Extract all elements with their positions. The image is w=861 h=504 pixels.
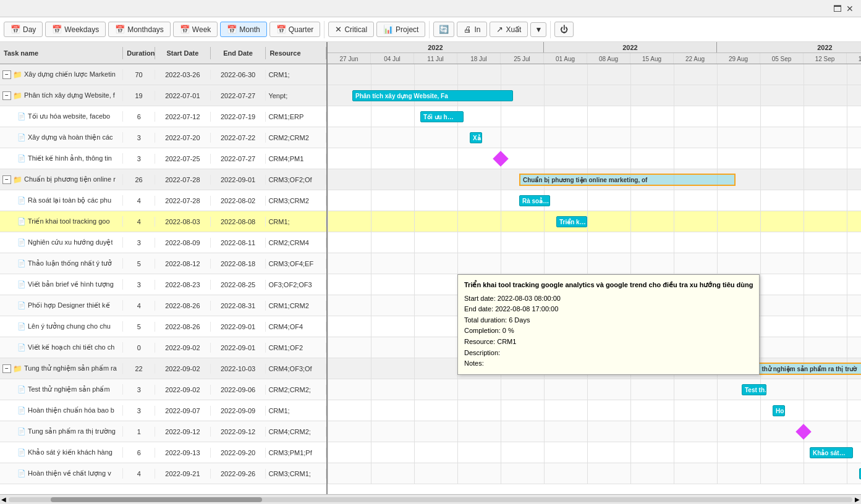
task-name-cell[interactable]: −📁Xây dựng chiến lược Marketin bbox=[0, 69, 123, 80]
gantt-row bbox=[328, 64, 861, 85]
gantt-group-bar[interactable]: Chuẩn bị phương tiện online marketing, o… bbox=[519, 174, 736, 186]
table-row[interactable]: 📄Phối hợp Designer thiết kế42022-08-2620… bbox=[0, 295, 326, 316]
gantt-task-bar[interactable]: Xả… bbox=[470, 132, 482, 143]
task-name-cell[interactable]: 📄Tung sản phẩm ra thị trường bbox=[0, 426, 123, 437]
task-name-label: Nghiên cứu xu hướng duyệt bbox=[28, 238, 112, 246]
grid-line bbox=[328, 106, 328, 127]
table-row[interactable]: 📄Hoàn thiện chuẩn hóa bao b32022-09-0720… bbox=[0, 400, 326, 421]
print-button[interactable]: 🖨 In bbox=[457, 22, 487, 37]
table-row[interactable]: −📁Phân tích xây dựng Website, f192022-07… bbox=[0, 85, 326, 106]
weekdays-button[interactable]: 📅 Weekdays bbox=[45, 22, 106, 37]
table-row[interactable]: 📄Tối ưu hóa website, facebo62022-07-1220… bbox=[0, 106, 326, 127]
tooltip-title: Triển khai tool tracking google analytic… bbox=[464, 280, 753, 291]
export-button[interactable]: ↗ Xuất bbox=[490, 22, 528, 37]
task-name-cell[interactable]: 📄Viết kế hoạch chi tiết cho ch bbox=[0, 342, 123, 353]
gantt-row: Triển k… bbox=[328, 211, 861, 232]
task-name-cell[interactable]: 📄Triển khai tool tracking goo bbox=[0, 216, 123, 227]
export-dropdown-button[interactable]: ▼ bbox=[530, 22, 546, 37]
grid-line bbox=[457, 148, 458, 169]
expand-collapse-button[interactable]: − bbox=[2, 70, 11, 79]
project-button[interactable]: 📊 Project bbox=[376, 22, 425, 37]
bottom-scrollbar[interactable]: ◀ ▶ bbox=[0, 494, 861, 504]
power-button[interactable]: ⏻ bbox=[554, 22, 574, 37]
file-icon: 📄 bbox=[17, 133, 26, 141]
grid-line bbox=[371, 169, 371, 190]
expand-collapse-button[interactable]: − bbox=[2, 91, 11, 100]
gantt-task-bar[interactable]: Tối ưu h… bbox=[420, 111, 464, 122]
gantt-scroll-container[interactable]: Phân tích xây dựng Website, FaTối ưu h…X… bbox=[328, 64, 861, 494]
task-name-cell[interactable]: −📁Tung thử nghiệm sản phẩm ra bbox=[0, 363, 123, 374]
grid-line bbox=[587, 64, 588, 85]
week-button[interactable]: 📅 Week bbox=[173, 22, 218, 37]
task-name-cell[interactable]: 📄Hoàn thiện chuẩn hóa bao b bbox=[0, 405, 123, 416]
gantt-task-bar[interactable]: Triển k… bbox=[556, 216, 587, 227]
task-name-cell[interactable]: 📄Phối hợp Designer thiết kế bbox=[0, 300, 123, 311]
gantt-task-bar[interactable]: Phân tích xây dựng Website, Fa bbox=[352, 90, 513, 101]
task-name-cell[interactable]: 📄Test thử nghiệm sản phẩm bbox=[0, 384, 123, 395]
critical-icon: ✕ bbox=[335, 25, 342, 34]
table-row[interactable]: 📄Khảo sát ý kiến khách hàng62022-09-1320… bbox=[0, 442, 326, 463]
grid-line bbox=[760, 274, 761, 295]
quarter-button[interactable]: 📅 Quarter bbox=[269, 22, 321, 37]
table-row[interactable]: −📁Tung thử nghiệm sản phẩm ra222022-09-0… bbox=[0, 358, 326, 379]
expand-collapse-button[interactable]: − bbox=[2, 175, 11, 184]
task-resource-cell: OF3;OF2;OF3 bbox=[266, 280, 326, 290]
grid-line bbox=[674, 211, 674, 232]
gantt-task-bar[interactable]: Test th… bbox=[742, 384, 766, 395]
task-name-cell[interactable]: 📄Rà soát lại toàn bộ các phu bbox=[0, 195, 123, 206]
grid-line bbox=[847, 295, 847, 316]
table-row[interactable]: −📁Chuẩn bị phương tiện online r262022-07… bbox=[0, 169, 326, 190]
header-start-date: Start Date bbox=[155, 47, 211, 59]
task-name-cell[interactable]: 📄Xây dựng và hoàn thiện các bbox=[0, 132, 123, 143]
critical-button[interactable]: ✕ Critical bbox=[328, 22, 374, 37]
grid-line bbox=[630, 190, 631, 211]
scrollbar-thumb[interactable] bbox=[51, 497, 261, 502]
task-name-cell[interactable]: 📄Tối ưu hóa website, facebo bbox=[0, 111, 123, 122]
table-row[interactable]: 📄Thảo luận thống nhất ý tưở52022-08-1220… bbox=[0, 253, 326, 274]
milestone-diamond[interactable] bbox=[493, 151, 508, 166]
table-row[interactable]: 📄Viết bản brief về hình tượng32022-08-23… bbox=[0, 274, 326, 295]
close-button[interactable]: ✕ bbox=[844, 2, 856, 15]
task-start-cell: 2022-07-01 bbox=[155, 91, 211, 101]
minimize-button[interactable]: 🗖 bbox=[831, 2, 844, 15]
scroll-right-button[interactable]: ▶ bbox=[854, 496, 861, 503]
gantt-task-bar[interactable]: Rà soả… bbox=[519, 195, 550, 206]
task-name-cell[interactable]: 📄Hoàn thiện về chất lượng v bbox=[0, 468, 123, 479]
table-row[interactable]: 📄Lên ý tưởng chung cho chu52022-08-26202… bbox=[0, 316, 326, 337]
expand-collapse-button[interactable]: − bbox=[2, 364, 11, 373]
table-row[interactable]: 📄Viết kế hoạch chi tiết cho ch02022-09-0… bbox=[0, 337, 326, 358]
grid-line bbox=[760, 463, 761, 484]
day-button[interactable]: 📅 Day bbox=[4, 22, 43, 37]
table-row[interactable]: 📄Xây dựng và hoàn thiện các32022-07-2020… bbox=[0, 127, 326, 148]
table-row[interactable]: 📄Test thử nghiệm sản phẩm32022-09-022022… bbox=[0, 379, 326, 400]
table-row[interactable]: −📁Xây dựng chiến lược Marketin702022-03-… bbox=[0, 64, 326, 85]
task-name-cell[interactable]: −📁Chuẩn bị phương tiện online r bbox=[0, 174, 123, 185]
milestone-diamond[interactable] bbox=[795, 424, 811, 439]
task-name-cell[interactable]: 📄Thiết kế hình ảnh, thông tin bbox=[0, 153, 123, 164]
monthdays-button[interactable]: 📅 Monthdays bbox=[108, 22, 171, 37]
task-start-cell: 2022-09-02 bbox=[155, 385, 211, 395]
table-row[interactable]: 📄Thiết kế hình ảnh, thông tin32022-07-25… bbox=[0, 148, 326, 169]
task-name-cell[interactable]: 📄Viết bản brief về hình tượng bbox=[0, 279, 123, 290]
table-row[interactable]: 📄Triển khai tool tracking goo42022-08-03… bbox=[0, 211, 326, 232]
month-button[interactable]: 📅 Month bbox=[220, 22, 266, 37]
table-row[interactable]: 📄Hoàn thiện về chất lượng v42022-09-2120… bbox=[0, 463, 326, 484]
table-row[interactable]: 📄Rà soát lại toàn bộ các phu42022-07-282… bbox=[0, 190, 326, 211]
task-name-cell[interactable]: 📄Nghiên cứu xu hướng duyệt bbox=[0, 237, 123, 248]
grid-line bbox=[760, 190, 761, 211]
refresh-button[interactable]: 🔄 bbox=[433, 22, 454, 37]
task-name-cell[interactable]: 📄Lên ý tưởng chung cho chu bbox=[0, 321, 123, 332]
scroll-left-button[interactable]: ◀ bbox=[0, 496, 7, 503]
grid-line bbox=[501, 64, 501, 85]
task-end-cell: 2022-08-02 bbox=[211, 196, 266, 206]
grid-line bbox=[760, 253, 761, 274]
task-name-cell[interactable]: 📄Thảo luận thống nhất ý tưở bbox=[0, 258, 123, 269]
table-row[interactable]: 📄Tung sản phẩm ra thị trường12022-09-122… bbox=[0, 421, 326, 442]
table-row[interactable]: 📄Nghiên cứu xu hướng duyệt32022-08-09202… bbox=[0, 232, 326, 253]
gantt-task-bar[interactable]: Khảo sát… bbox=[810, 447, 853, 458]
task-end-cell: 2022-09-09 bbox=[211, 406, 266, 416]
gantt-task-bar[interactable]: Ho… bbox=[773, 405, 785, 416]
task-start-cell: 2022-07-28 bbox=[155, 175, 211, 185]
task-name-cell[interactable]: −📁Phân tích xây dựng Website, f bbox=[0, 90, 123, 101]
task-name-cell[interactable]: 📄Khảo sát ý kiến khách hàng bbox=[0, 447, 123, 458]
